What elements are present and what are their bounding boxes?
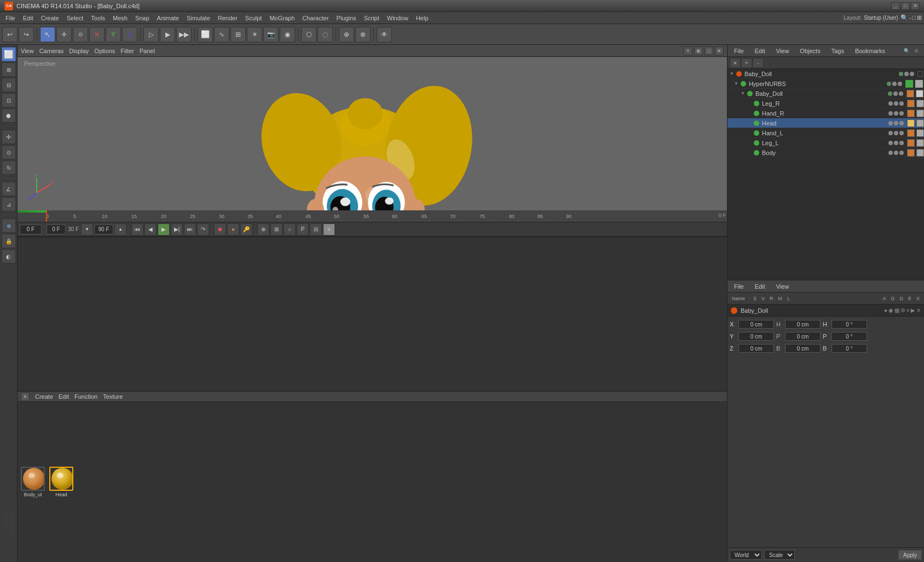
mat-menu-texture[interactable]: Texture xyxy=(103,393,123,400)
menu-select[interactable]: Select xyxy=(63,14,87,22)
viewport-menu-filter[interactable]: Filter xyxy=(120,48,134,54)
maximize-button[interactable]: □ xyxy=(901,2,910,10)
viewport-menu-panel[interactable]: Panel xyxy=(140,48,155,54)
apply-button[interactable]: Apply xyxy=(898,550,922,560)
vis-r-1[interactable] xyxy=(910,72,914,76)
rotate-x-button[interactable]: ✕ xyxy=(89,27,105,42)
goto-end-button[interactable]: ⏭ xyxy=(184,223,196,236)
menu-file[interactable]: File xyxy=(2,14,19,22)
timeline-ruler[interactable]: 0 5 10 15 20 25 30 35 40 45 50 55 60 65 xyxy=(18,210,727,222)
viewport-menu-display[interactable]: Display xyxy=(69,48,89,54)
vis-r-6[interactable] xyxy=(899,121,904,125)
attr-tab-edit[interactable]: Edit xyxy=(752,282,769,291)
vis-v-3[interactable] xyxy=(893,91,898,96)
rotate-left-button[interactable]: ↻ xyxy=(2,160,16,175)
magnet-button[interactable]: ⊿ xyxy=(2,197,16,211)
timeline-playhead[interactable] xyxy=(46,210,47,222)
current-frame-input[interactable] xyxy=(20,225,42,234)
menu-help[interactable]: Help xyxy=(413,14,432,22)
record-button[interactable]: ⏺ xyxy=(214,223,226,236)
viewport-icon-3[interactable]: □ xyxy=(704,47,713,55)
sky-button[interactable]: ◌ xyxy=(317,27,333,42)
obj-tool-3[interactable]: - xyxy=(753,58,764,68)
half-button[interactable]: ◐ xyxy=(2,249,16,263)
menu-sculpt[interactable]: Sculpt xyxy=(242,14,265,22)
objects-tab-file[interactable]: File xyxy=(731,47,747,55)
menu-script[interactable]: Script xyxy=(361,14,383,22)
menu-tools[interactable]: Tools xyxy=(88,14,108,22)
obj-tool-2[interactable]: + xyxy=(741,58,752,68)
vis-v-2[interactable] xyxy=(892,82,897,86)
vis-v-8[interactable] xyxy=(894,141,898,145)
coord-b-val[interactable] xyxy=(785,344,821,353)
vis-r-8[interactable] xyxy=(899,141,904,145)
objects-search-icon[interactable]: 🔍 xyxy=(902,47,911,55)
vis-v-1[interactable] xyxy=(904,72,909,76)
timeline-toggle[interactable]: ≡ xyxy=(323,223,335,236)
loop-button[interactable]: ↷ xyxy=(197,223,209,236)
objects-settings-icon[interactable]: ⚙ xyxy=(912,47,921,55)
render-view-button[interactable]: ▶ xyxy=(160,27,175,42)
vis-v-4[interactable] xyxy=(894,101,898,106)
scale-left-button[interactable]: ⊙ xyxy=(2,145,16,159)
vis-r-9[interactable] xyxy=(899,151,904,155)
connect-button[interactable]: ⊗ xyxy=(355,27,371,42)
edge-mode-button[interactable]: ⊟ xyxy=(2,78,16,92)
redo-button[interactable]: ↪ xyxy=(19,27,34,42)
tree-item-babydoll-child[interactable]: ▼ Baby_Doll xyxy=(727,89,924,99)
mesh-mode-button[interactable]: ⊞ xyxy=(2,62,16,77)
viewport-menu-cameras[interactable]: Cameras xyxy=(39,48,64,54)
layout-btn1[interactable]: 🔍 xyxy=(900,14,908,21)
attr-tab-view[interactable]: View xyxy=(773,282,793,291)
cube-button[interactable]: ⬜ xyxy=(198,27,213,42)
objects-tab-bookmarks[interactable]: Bookmarks xyxy=(852,47,888,55)
menu-window[interactable]: Window xyxy=(384,14,412,22)
attr-vis-eye[interactable]: ◉ xyxy=(888,307,893,313)
coord-p-val[interactable] xyxy=(785,332,821,341)
sculpt-left-button[interactable]: ⊕ xyxy=(2,219,16,233)
objects-tab-tags[interactable]: Tags xyxy=(828,47,847,55)
prev-frame-button[interactable]: ◀ xyxy=(145,223,157,236)
move-tool-button[interactable]: ✛ xyxy=(56,27,72,42)
menu-snap[interactable]: Snap xyxy=(132,14,153,22)
attr-vis-extra[interactable]: ≡ xyxy=(906,307,910,313)
scale-tool-button[interactable]: ⊙ xyxy=(73,27,88,42)
material-body-preview[interactable] xyxy=(21,467,45,491)
objects-tab-edit[interactable]: Edit xyxy=(752,47,769,55)
timeline-tracks[interactable] xyxy=(18,237,727,391)
pose-button[interactable]: P xyxy=(297,223,309,236)
menu-simulate[interactable]: Simulate xyxy=(183,14,213,22)
mat-menu-function[interactable]: Function xyxy=(74,393,97,400)
vis-r-4[interactable] xyxy=(899,101,904,106)
viewport-icon-1[interactable]: + xyxy=(684,47,692,55)
vis-v-5[interactable] xyxy=(894,111,898,116)
menu-plugins[interactable]: Plugins xyxy=(333,14,360,22)
frame-up[interactable]: ▲ xyxy=(114,223,126,236)
vis-r-3[interactable] xyxy=(899,91,903,96)
coord-h-val[interactable] xyxy=(785,320,821,329)
coord-b-angle[interactable] xyxy=(831,344,867,353)
keyframe-button[interactable]: 🔑 xyxy=(240,223,252,236)
frame-input-2[interactable] xyxy=(47,225,66,234)
close-button[interactable]: ✕ xyxy=(911,2,920,10)
mat-menu-create[interactable]: Create xyxy=(35,393,53,400)
deform-button[interactable]: ⊞ xyxy=(230,27,246,42)
attr-vis-lock[interactable]: ⚙ xyxy=(900,307,905,313)
vis-s-1[interactable] xyxy=(899,72,903,76)
morph-button[interactable]: ○ xyxy=(284,223,296,236)
vis-r-5[interactable] xyxy=(899,111,904,116)
vis-s-5[interactable] xyxy=(888,111,893,116)
anim-tools-button[interactable]: ⊟ xyxy=(310,223,322,236)
render-all-button[interactable]: ▶▶ xyxy=(176,27,192,42)
goto-start-button[interactable]: ⏮ xyxy=(131,223,143,236)
menu-create[interactable]: Create xyxy=(38,14,62,22)
texture-mode-button[interactable]: ⬢ xyxy=(2,108,16,123)
tree-item-hypernurbs[interactable]: ▼ HyperNURBS xyxy=(727,79,924,89)
menu-edit[interactable]: Edit xyxy=(20,14,37,22)
tree-item-leg-r[interactable]: Leg_R xyxy=(727,99,924,108)
layout-btn2[interactable]: - xyxy=(909,14,911,21)
world-dropdown[interactable]: World Object Local xyxy=(730,550,762,560)
next-frame-button[interactable]: ▶| xyxy=(171,223,183,236)
vis-s-2[interactable] xyxy=(887,82,891,86)
menu-character[interactable]: Character xyxy=(299,14,332,22)
